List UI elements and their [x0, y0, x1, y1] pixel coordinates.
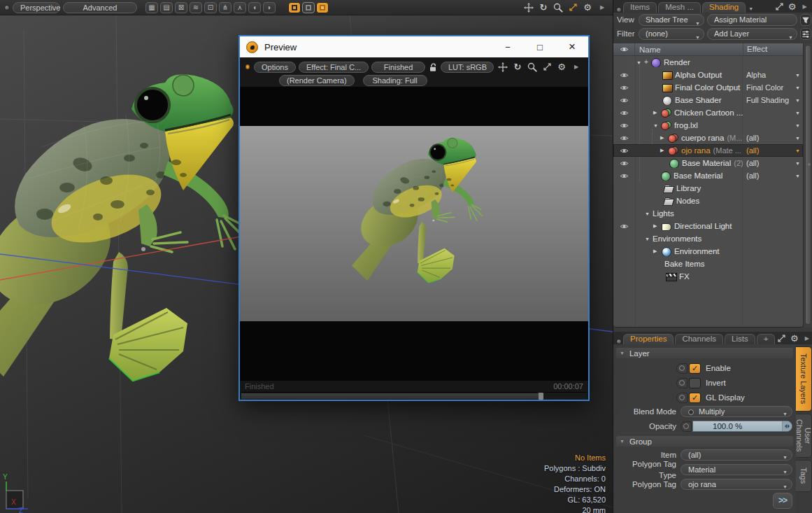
item-dropdown[interactable]: (all)▼ [681, 449, 792, 461]
visibility-eye-icon[interactable] [620, 223, 629, 230]
shader-tree-scrollbar[interactable] [803, 43, 812, 328]
shading-quality-dropdown[interactable]: Shading: Full [363, 75, 427, 86]
pan-icon[interactable] [497, 61, 509, 73]
filter-funnel-icon[interactable] [800, 14, 811, 26]
render-region-off-icon[interactable] [302, 2, 315, 13]
overlay-view-icon[interactable]: ⊡ [204, 2, 217, 13]
add-layer-dropdown[interactable]: Add Layer▼ [707, 28, 797, 40]
polygon-tag-dropdown[interactable]: ojo rana▼ [681, 479, 792, 490]
effect-dropdown-icon[interactable]: ▼ [795, 148, 800, 153]
tree-row[interactable]: ▼Lights [613, 207, 803, 220]
pivot-tool-icon[interactable]: ⋔ [219, 2, 232, 13]
scrollbar-thumb[interactable] [805, 45, 811, 325]
channel-toggle[interactable] [676, 393, 688, 403]
effect-dropdown-icon[interactable]: ▼ [795, 161, 800, 166]
effect-dropdown-icon[interactable]: ▼ [795, 123, 800, 128]
quad-view-icon[interactable]: ▤ [160, 2, 173, 13]
tree-row[interactable]: ▶Environment [613, 245, 803, 258]
visibility-eye-icon[interactable] [620, 135, 629, 141]
tree-row[interactable]: Nodes [613, 195, 803, 207]
name-column-header[interactable]: Name [635, 45, 743, 54]
tree-row[interactable]: ▼+Render [613, 56, 803, 69]
expand-plus-icon[interactable]: + [644, 59, 650, 66]
effect-dropdown-icon[interactable]: ▼ [795, 98, 800, 103]
expand-panel-button[interactable]: >> [773, 493, 792, 509]
tree-row[interactable]: ▶ojo rana(Mate ...(all)▼ [613, 144, 803, 157]
enable-checkbox[interactable]: ✓ [689, 363, 701, 374]
zoom-icon[interactable] [552, 1, 564, 14]
tree-row[interactable]: ▼frog.lxl▼ [613, 119, 803, 132]
maximize-button[interactable]: □ [524, 36, 556, 57]
twist-right-icon[interactable]: ▶ [653, 110, 661, 115]
tab-+[interactable]: + [757, 334, 776, 344]
settings-gear-icon[interactable]: ⚙ [555, 61, 568, 73]
channel-toggle[interactable] [681, 421, 692, 432]
close-button[interactable]: × [556, 36, 588, 57]
frog-model-viewport[interactable] [0, 74, 246, 381]
lut-dropdown[interactable]: LUT: sRGB [441, 62, 494, 73]
tab-items[interactable]: Items [623, 2, 657, 13]
twist-down-icon[interactable]: ▼ [636, 60, 644, 65]
minimize-button[interactable]: − [492, 36, 524, 57]
effect-dropdown-icon[interactable]: ▼ [795, 174, 800, 178]
pan-icon[interactable] [522, 1, 535, 14]
lock-icon[interactable] [428, 62, 438, 72]
preview-window[interactable]: Preview − □ × Options Effect: Final C...… [238, 35, 590, 401]
channel-toggle[interactable] [676, 378, 688, 388]
falloff-left-icon[interactable]: ◖ [248, 2, 261, 13]
effect-dropdown[interactable]: Effect: Final C... [299, 62, 369, 73]
action-center-icon[interactable]: ⋏ [234, 2, 246, 13]
effect-dropdown-icon[interactable]: ▼ [795, 136, 800, 141]
orbit-icon[interactable]: ↻ [537, 1, 550, 14]
tab-mesh[interactable]: Mesh ... [658, 2, 701, 13]
side-tab-texture-layers[interactable]: Texture Layers [796, 346, 812, 412]
visibility-eye-icon[interactable] [620, 160, 629, 167]
tree-row[interactable]: Base Material(2)(all)▼ [613, 157, 803, 169]
more-options-icon[interactable]: ▶ [596, 1, 608, 14]
solid-view-icon[interactable]: ⊠ [175, 2, 187, 13]
group-section-header[interactable]: ▼Group [616, 436, 793, 447]
polygon-tag-type-dropdown[interactable]: Material▼ [681, 464, 792, 475]
settings-gear-icon[interactable]: ⚙ [581, 1, 594, 14]
layer-section-header[interactable]: ▼Layer [616, 348, 793, 358]
render-progress-bar[interactable] [241, 392, 587, 400]
advanced-dropdown[interactable]: Advanced [63, 2, 137, 13]
gl-display-checkbox[interactable]: ✓ [689, 393, 701, 403]
tree-row[interactable]: ▼Environments [613, 232, 803, 245]
settings-gear-icon[interactable]: ⚙ [789, 333, 799, 344]
side-tab-user-channels[interactable]: User Channels [796, 414, 812, 458]
preview-titlebar[interactable]: Preview − □ × [240, 36, 588, 57]
tree-row[interactable]: Alpha OutputAlpha▼ [613, 69, 803, 81]
effect-dropdown-icon[interactable]: ▼ [795, 73, 800, 78]
tab-properties[interactable]: Properties [623, 334, 674, 344]
falloff-right-icon[interactable]: ◗ [263, 2, 276, 13]
twist-right-icon[interactable]: ▶ [653, 223, 661, 229]
tree-row[interactable]: Bake Items [613, 258, 803, 270]
tree-row[interactable]: FX [613, 270, 803, 283]
render-region-icon[interactable] [288, 2, 301, 13]
tab-lists[interactable]: Lists [725, 334, 755, 344]
visibility-eye-icon[interactable] [620, 97, 629, 104]
orbit-icon[interactable]: ↻ [511, 61, 524, 73]
tree-row[interactable]: ▶cuerpo rana(M...(all)▼ [613, 132, 803, 144]
twist-right-icon[interactable]: ▶ [660, 135, 668, 141]
visibility-eye-icon[interactable] [620, 85, 629, 91]
list-options-icon[interactable] [800, 28, 811, 40]
tab-channels[interactable]: Channels [675, 334, 723, 344]
fit-view-icon[interactable] [541, 61, 553, 73]
twist-right-icon[interactable]: ▶ [653, 248, 661, 254]
wireframe-waves-icon[interactable]: ≋ [190, 2, 202, 13]
invert-checkbox[interactable] [689, 378, 701, 388]
tree-row[interactable]: ▶Chicken Cartoon ...▼ [613, 106, 803, 119]
effect-dropdown-icon[interactable]: ▼ [795, 85, 800, 90]
effect-dropdown-icon[interactable]: ▼ [795, 111, 800, 115]
rendered-image[interactable] [240, 126, 588, 321]
tab-shading[interactable]: Shading [702, 2, 746, 13]
twist-down-icon[interactable]: ▼ [645, 237, 653, 241]
tree-row[interactable]: Base Material(all)▼ [613, 169, 803, 182]
perspective-dropdown[interactable]: Perspective [13, 2, 60, 13]
tree-row[interactable]: Base ShaderFull Shading▼ [613, 94, 803, 106]
zoom-icon[interactable] [526, 61, 539, 73]
tree-row[interactable]: ▶Directional Light [613, 220, 803, 232]
visibility-eye-icon[interactable] [620, 72, 629, 78]
